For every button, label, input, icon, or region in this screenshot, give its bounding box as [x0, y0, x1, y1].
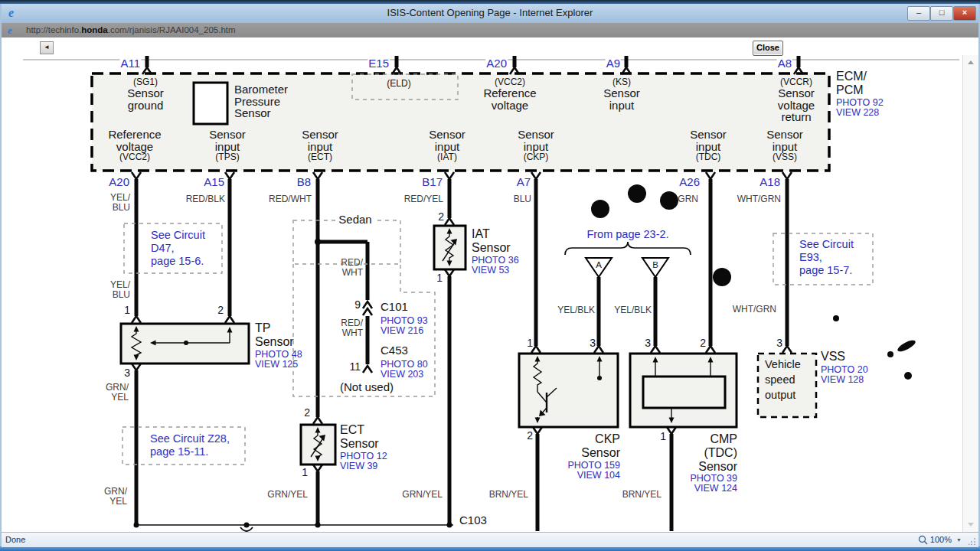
cmp-pin1: 1 — [660, 431, 666, 443]
c453-label: C453 — [381, 344, 408, 357]
ect-view-link[interactable]: VIEW 39 — [340, 461, 377, 472]
window-title: ISIS-Content Opening Page - Internet Exp… — [2, 7, 978, 18]
sensor-voltage-return-label: Sensor voltage return — [778, 87, 815, 123]
resize-grip[interactable] — [969, 537, 976, 545]
ect-pin2: 2 — [304, 407, 310, 419]
c101-view-link[interactable]: VIEW 216 — [381, 326, 423, 337]
iat-pin1: 1 — [436, 272, 443, 285]
c101-pin9: 9 — [354, 299, 361, 311]
tp-pin2: 2 — [217, 305, 224, 317]
page-ie-icon: e — [8, 24, 21, 37]
wire-yel-blu: YEL/ BLU — [110, 193, 130, 213]
pin-label-a20-top: A20 — [485, 57, 508, 70]
c453-view-link[interactable]: VIEW 203 — [381, 370, 423, 380]
status-text: Done — [5, 535, 25, 544]
back-button[interactable]: ◄ — [40, 41, 54, 54]
close-window-button[interactable]: × — [953, 6, 976, 21]
vss-pin3: 3 — [776, 337, 782, 350]
see-circuit-e93-link[interactable]: See Circuit E93, page 15-7. — [799, 238, 854, 277]
ink-artifacts — [591, 184, 917, 380]
triangle-b-letter: B — [652, 259, 658, 272]
ckp-sensor-box — [519, 354, 618, 427]
pin-label-a8: A8 — [777, 57, 792, 70]
ckp-view-link[interactable]: VIEW 104 — [577, 471, 620, 481]
wire-red-blk: RED/BLK — [186, 194, 225, 204]
scroll-up-icon[interactable] — [965, 57, 977, 69]
pin-label-b8: B8 — [296, 176, 312, 188]
wire-brn-yel-2: BRN/YEL — [622, 490, 662, 500]
ecm-pcm-title: ECM/ PCM — [836, 70, 867, 97]
ect-pin1: 1 — [302, 467, 308, 479]
wire-wht-grn-2: WHT/GRN — [733, 305, 776, 315]
ckp-pin3: 3 — [590, 337, 596, 350]
wire-grn-yel-bus2: GRN/YEL — [267, 490, 308, 500]
window-frame-left — [0, 4, 2, 546]
ecm-row-ect: Sensor input(ECT) — [302, 129, 338, 162]
tp-sensor-name: TP Sensor — [255, 321, 294, 349]
pin-label-a7: A7 — [516, 176, 531, 188]
ecm-row-ckp: Sensor input(CKP) — [518, 129, 554, 162]
ckp-pin2: 2 — [527, 430, 533, 442]
see-circuit-d47-link[interactable]: See Circuit D47, page 15-6. — [151, 229, 205, 268]
url-text[interactable]: http://techinfo.honda.com/rjanisis/RJAAI… — [26, 25, 236, 34]
c101-label: C101 — [381, 301, 408, 313]
eld-sub: (ELD) — [387, 79, 410, 89]
close-page-button[interactable]: Close — [753, 41, 783, 56]
cmp-inner-box — [643, 377, 725, 408]
wire-yel-blk-b: YEL/BLK — [614, 305, 652, 315]
not-used-label: (Not used) — [340, 381, 394, 393]
scroll-down-icon[interactable] — [965, 518, 977, 530]
c453-pin11: 11 — [349, 361, 361, 373]
magnifier-icon — [918, 535, 928, 546]
barometer-label: Barometer Pressure Sensor — [234, 83, 288, 119]
from-page-triangles — [565, 242, 691, 277]
cmp-pin3: 3 — [645, 337, 651, 350]
wire-yel-blk-a: YEL/BLK — [557, 305, 595, 315]
wire-red-wht-branch1: RED/ WHT — [341, 258, 363, 278]
zoom-control[interactable]: 100% ▼ — [918, 534, 962, 546]
title-bar[interactable]: e ISIS-Content Opening Page - Internet E… — [2, 4, 978, 24]
ecm-row-vss: Sensor input(VSS) — [766, 129, 803, 162]
minimize-button[interactable]: – — [907, 6, 930, 21]
ckp-pin1: 1 — [527, 337, 533, 350]
wire-grn-yel-tp: GRN/ YEL — [106, 383, 129, 403]
pin-label-a26: A26 — [678, 176, 701, 188]
ecm-row-tdc: Sensor input(TDC) — [690, 129, 727, 162]
ecm-view-link[interactable]: VIEW 228 — [836, 108, 879, 119]
wire-grn-yel-bus3: GRN/YEL — [402, 490, 443, 500]
c103-bus — [136, 525, 453, 531]
see-circuit-z28-link[interactable]: See Circuit Z28, page 15-11. — [150, 432, 230, 458]
vehicle-speed-output-label: Vehicle speed output — [765, 357, 801, 403]
vertical-scrollbar[interactable] — [962, 55, 979, 532]
vss-view-link[interactable]: VIEW 128 — [821, 375, 864, 386]
zoom-level: 100% — [930, 535, 952, 544]
vss-name: VSS — [821, 350, 845, 364]
pin-label-a18: A18 — [759, 176, 781, 188]
triangle-a-letter: A — [596, 259, 602, 272]
from-page-link[interactable]: From page 23-2. — [586, 228, 668, 241]
wire-red-wht-branch2: RED/ WHT — [341, 318, 363, 338]
maximize-button[interactable]: □ — [930, 6, 953, 21]
c103-label: C103 — [459, 514, 487, 527]
ecm-row-tps: Sensor input(TPS) — [209, 129, 246, 162]
pin-label-a20: A20 — [108, 176, 130, 188]
barometer-box — [194, 83, 227, 124]
address-bar[interactable]: e http://techinfo.honda.com/rjanisis/RJA… — [2, 23, 978, 38]
sensor-ground-label: Sensor ground — [127, 87, 164, 111]
ckp-sensor-name: CKP Sensor — [581, 432, 620, 460]
cmp-pin2: 2 — [700, 337, 706, 350]
ect-sensor-name: ECT Sensor — [340, 423, 379, 451]
cmp-view-link[interactable]: VIEW 124 — [694, 484, 737, 494]
tp-view-link[interactable]: VIEW 125 — [255, 360, 298, 370]
wire-blu: BLU — [514, 194, 531, 204]
iat-view-link[interactable]: VIEW 53 — [472, 266, 509, 276]
status-bar: Done 100% ▼ — [2, 532, 978, 547]
iat-sensor-name: IAT Sensor — [472, 227, 511, 255]
wire-grn: GRN — [678, 194, 698, 204]
wire-brn-yel-1: BRN/YEL — [489, 490, 528, 500]
toolbar: ◄ Close — [2, 37, 978, 55]
tp-pin3: 3 — [124, 367, 130, 380]
brace — [565, 242, 691, 255]
ecm-top-pins — [147, 56, 799, 67]
pin-label-a15: A15 — [203, 176, 225, 188]
